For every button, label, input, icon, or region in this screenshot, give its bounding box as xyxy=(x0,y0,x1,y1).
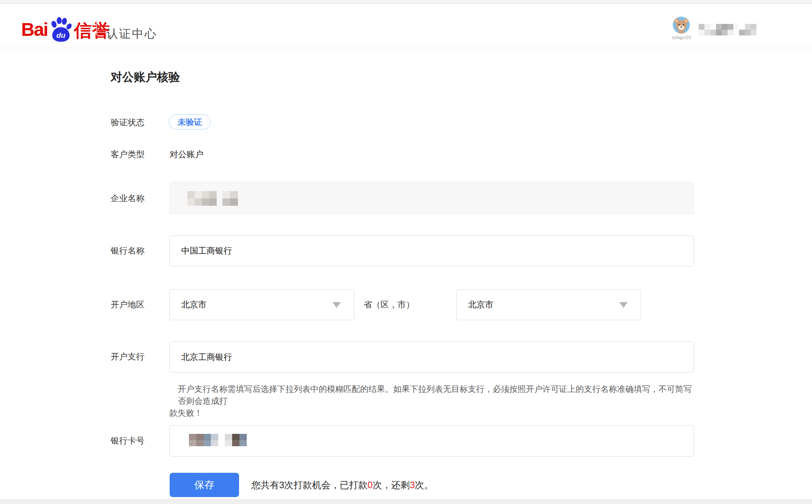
top-strip xyxy=(0,0,812,4)
redacted-company-name xyxy=(187,191,238,206)
payment-part3: 次。 xyxy=(415,480,433,490)
branch-value: 北京工商银行 xyxy=(181,342,232,372)
user-avatar[interactable]: zybqjy123 xyxy=(667,16,695,40)
province-select-value: 北京市 xyxy=(181,290,207,320)
branch-note-line1: 开户支行名称需填写后选择下拉列表中的模糊匹配的结果。如果下拉列表无目标支行，必须… xyxy=(169,383,697,407)
page-title: 对公账户核验 xyxy=(111,69,180,85)
city-select[interactable]: 北京市 xyxy=(456,289,641,320)
branch-note: 开户支行名称需填写后选择下拉列表中的模糊匹配的结果。如果下拉列表无目标支行，必须… xyxy=(169,383,697,419)
payment-part1: 您共有3次打款机会，已打款 xyxy=(251,480,367,490)
card-number-input[interactable] xyxy=(169,425,694,457)
verification-status-badge: 未验证 xyxy=(169,114,211,129)
redacted-username xyxy=(699,24,756,35)
bank-name-value: 中国工商银行 xyxy=(181,236,232,266)
province-select[interactable]: 北京市 xyxy=(169,289,354,320)
region-label: 开户地区 xyxy=(111,299,145,311)
branch-input[interactable]: 北京工商银行 xyxy=(169,341,694,373)
logo-divider xyxy=(96,20,97,35)
customer-type-value: 对公账户 xyxy=(170,149,204,160)
payment-left-count: 3 xyxy=(410,480,415,490)
company-name-input xyxy=(169,182,694,214)
card-number-label: 银行卡号 xyxy=(111,435,145,447)
save-button[interactable]: 保存 xyxy=(170,473,239,497)
company-name-label: 企业名称 xyxy=(111,193,145,204)
payment-part2: 次，还剩 xyxy=(373,480,410,490)
city-select-value: 北京市 xyxy=(468,290,494,320)
baidu-paw-icon: du xyxy=(49,15,73,45)
bank-name-input[interactable]: 中国工商银行 xyxy=(169,235,694,266)
branch-label: 开户支行 xyxy=(111,351,145,363)
logo-text-du: du xyxy=(56,31,66,39)
payment-info: 您共有3次打款机会，已打款0次，还剩3次。 xyxy=(251,479,433,491)
avatar-username: zybqjy123 xyxy=(667,35,695,40)
bottom-strip xyxy=(0,499,812,504)
logo-text-bai: Bai xyxy=(21,16,48,43)
portal-title: 认证中心 xyxy=(106,26,157,42)
chevron-down-icon xyxy=(332,302,341,308)
logo-text-xinyu: 信誉 xyxy=(74,18,110,43)
header: Bai du 信誉 认证中心 xyxy=(0,4,812,48)
chevron-down-icon xyxy=(619,302,628,308)
payment-paid-count: 0 xyxy=(367,480,372,490)
branch-note-line2: 款失败！ xyxy=(169,407,697,419)
bank-name-label: 银行名称 xyxy=(111,245,145,257)
page: Bai du 信誉 认证中心 xyxy=(0,0,812,504)
bear-avatar-icon xyxy=(672,16,690,34)
redacted-card-number xyxy=(189,434,247,446)
region-middle-label: 省（区，市） xyxy=(364,299,414,311)
customer-type-label: 客户类型 xyxy=(111,149,145,160)
verification-status-label: 验证状态 xyxy=(111,117,145,128)
